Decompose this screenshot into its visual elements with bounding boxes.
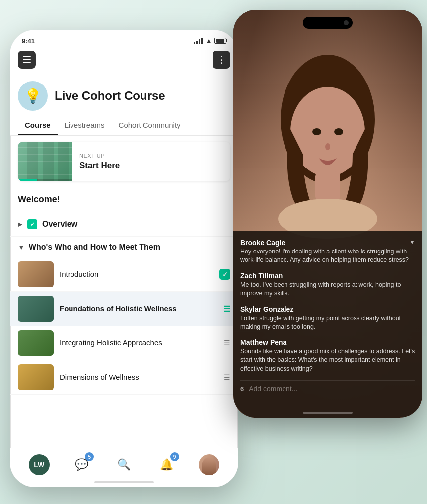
bamboo-stripe-3 [58, 142, 69, 181]
lesson-thumb-foundations [18, 296, 54, 322]
bulb-icon: 💡 [24, 88, 42, 104]
expand-arrow-whos-who: ▼ [18, 243, 25, 251]
comment-brooke: Brooke Cagle Hey everyone! I'm dealing w… [240, 239, 415, 265]
comment-text-skylar: I often struggle with getting my point a… [240, 314, 415, 332]
course-title-section: 💡 Live Cohort Course [10, 73, 238, 115]
tab-cohort-community[interactable]: Cohort Community [112, 115, 188, 135]
add-comment-placeholder: Add comment... [249, 385, 297, 393]
course-icon: 💡 [18, 81, 48, 111]
comment-name-skylar: Skylar Gonzalez [240, 305, 415, 313]
comment-skylar: Skylar Gonzalez I often struggle with ge… [240, 305, 415, 332]
home-indicator-right [303, 412, 353, 414]
lesson-integrating[interactable]: Integrating Holistic Approaches ☰ [10, 326, 238, 360]
welcome-section: Welcome! [10, 187, 238, 212]
wifi-icon: ▲ [205, 37, 212, 45]
lesson-thumb-integrating [18, 330, 54, 356]
lesson-info-dimensions: Dimensions of Wellness [60, 373, 218, 382]
lesson-title-dimensions: Dimensions of Wellness [60, 373, 139, 381]
home-avatar: LW [29, 454, 50, 475]
comment-matthew: Matthew Pena Sounds like we have a good … [240, 338, 415, 374]
lesson-thumb-dimensions [18, 364, 54, 390]
lesson-thumb-introduction [18, 261, 54, 287]
comment-text-brooke: Hey everyone! I'm dealing with a client … [240, 248, 415, 265]
bamboo-stripe-1 [27, 142, 38, 181]
svg-rect-2 [315, 171, 340, 201]
home-indicator-left [94, 481, 154, 483]
lesson-title-foundations: Foundations of Holistic Wellness [60, 304, 177, 313]
tab-livestreams[interactable]: Livestreams [58, 115, 112, 135]
right-phone-notch [303, 17, 353, 29]
person-svg [263, 40, 392, 239]
nav-search[interactable]: 🔍 [114, 454, 135, 475]
next-up-card[interactable]: NEXT UP Start Here [18, 142, 230, 181]
status-icons: ▲ [194, 37, 226, 45]
comment-name-matthew: Matthew Pena [240, 338, 415, 346]
tabs-bar: Course Livestreams Cohort Community [10, 115, 238, 136]
svg-point-4 [312, 128, 321, 135]
lesson-info-foundations: Foundations of Holistic Wellness [60, 304, 217, 313]
course-title: Live Cohort Course [55, 89, 165, 103]
comment-zach: Zach Tillman Me too. I've been strugglin… [240, 272, 415, 298]
whos-who-title: Who's Who and How to Meet Them [29, 243, 160, 252]
next-up-label: NEXT UP [79, 153, 120, 159]
lesson-info-introduction: Introduction [60, 270, 214, 279]
svg-point-5 [334, 128, 343, 135]
notifications-badge: 9 [170, 452, 179, 461]
left-phone: 9:41 ▲ ⋮ [10, 30, 238, 487]
battery-icon [214, 38, 226, 44]
overview-check-icon: ✓ [27, 219, 37, 229]
time-display: 9:41 [22, 37, 35, 45]
lesson-dimensions[interactable]: Dimensions of Wellness ☰ [10, 360, 238, 395]
menu-button[interactable] [18, 51, 36, 69]
whos-who-section[interactable]: ▼ Who's Who and How to Meet Them [10, 237, 238, 257]
lesson-complete-icon: ✓ [219, 269, 230, 280]
menu-line [23, 56, 31, 57]
comment-count: 6 [240, 385, 244, 393]
overview-title: Overview [42, 220, 77, 229]
app-header: ⋮ [10, 47, 238, 73]
overview-section[interactable]: ▶ ✓ Overview [10, 212, 238, 237]
nav-notifications[interactable]: 🔔 9 [156, 454, 177, 475]
left-phone-notch [89, 36, 159, 50]
nav-home[interactable]: LW [29, 454, 50, 475]
more-button[interactable]: ⋮ [213, 51, 230, 69]
comment-text-zach: Me too. I've been struggling with report… [240, 281, 415, 298]
lesson-doc-icon: ☰ [223, 304, 230, 314]
lesson-lines-icon: ☰ [224, 339, 230, 347]
search-icon: 🔍 [114, 454, 135, 475]
lesson-info-integrating: Integrating Holistic Approaches [60, 338, 218, 347]
svg-point-6 [325, 143, 330, 150]
next-up-thumbnail [18, 142, 72, 181]
content-scroll[interactable]: ▶ ✓ Overview ▼ Who's Who and How to Meet… [10, 212, 238, 481]
comments-overlay: ▼ Brooke Cagle Hey everyone! I'm dealing… [233, 231, 422, 418]
camera-dot [344, 20, 349, 25]
profile-avatar [199, 454, 219, 475]
menu-line [23, 62, 31, 63]
lesson-title-integrating: Integrating Holistic Approaches [60, 338, 162, 347]
messages-badge: 5 [85, 452, 94, 461]
right-phone: ▼ Brooke Cagle Hey everyone! I'm dealing… [233, 10, 422, 418]
add-comment-bar[interactable]: 6 Add comment... [240, 380, 415, 393]
expand-arrow-overview: ▶ [18, 221, 22, 228]
lesson-title-introduction: Introduction [60, 270, 98, 278]
tab-course[interactable]: Course [18, 115, 58, 135]
dropdown-arrow-icon: ▼ [409, 239, 415, 246]
lesson-lines-icon-2: ☰ [224, 373, 230, 381]
lesson-foundations[interactable]: Foundations of Holistic Wellness ☰ [10, 292, 238, 326]
progress-bar-fill [18, 179, 37, 181]
lesson-introduction[interactable]: Introduction ✓ [10, 257, 238, 292]
comment-name-zach: Zach Tillman [240, 272, 415, 280]
nav-messages[interactable]: 💬 5 [71, 454, 92, 475]
menu-line [23, 59, 31, 60]
bamboo-stripe-2 [43, 142, 54, 181]
nav-profile[interactable] [199, 454, 219, 475]
comment-text-matthew: Sounds like we have a good mix of challe… [240, 347, 415, 374]
comment-name-brooke: Brooke Cagle [240, 239, 415, 247]
next-up-title: Start Here [79, 161, 120, 170]
next-up-content: NEXT UP Start Here [72, 142, 127, 181]
progress-bar-container [18, 179, 72, 181]
